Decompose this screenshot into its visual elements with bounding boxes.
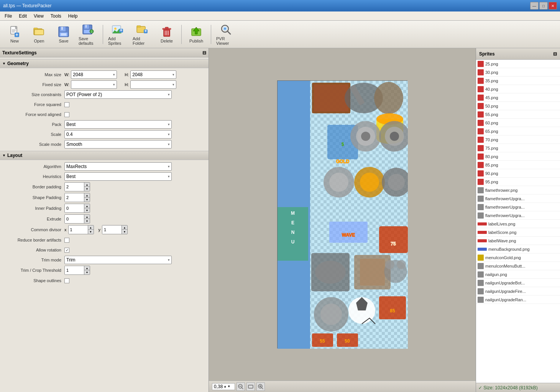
trim-mode-combo[interactable]: Trim ▾ — [64, 256, 172, 264]
border-padding-spinbox[interactable]: ▲ ▼ — [64, 182, 90, 191]
sprite-list-item[interactable]: 30.png — [476, 68, 560, 77]
sprite-list-item[interactable]: nailgun.png — [476, 270, 560, 279]
scale-combo[interactable]: 0.4 ▾ — [64, 130, 172, 139]
sprite-list-item[interactable]: 55.png — [476, 110, 560, 119]
maximize-button[interactable]: □ — [539, 2, 548, 10]
extrude-up[interactable]: ▲ — [84, 215, 90, 219]
extrude-input[interactable] — [65, 215, 84, 223]
menu-tools[interactable]: Tools — [48, 13, 64, 20]
save-button[interactable]: Save — [52, 23, 75, 46]
inner-padding-down[interactable]: ▼ — [84, 208, 90, 212]
minimize-button[interactable]: — — [530, 2, 539, 10]
sprite-list-item[interactable]: 45.png — [476, 93, 560, 102]
max-size-w-combo[interactable]: 2048 ▾ — [71, 70, 117, 79]
algorithm-combo[interactable]: MaxRects ▾ — [64, 162, 172, 171]
sprite-list-item[interactable]: 75.png — [476, 144, 560, 152]
max-size-h-combo[interactable]: 2048 ▾ — [130, 70, 176, 79]
inner-padding-up[interactable]: ▲ — [84, 204, 90, 208]
menu-file[interactable]: File — [2, 13, 15, 20]
geometry-section-header[interactable]: ▼ Geometry — [0, 59, 209, 68]
sprite-list-item[interactable]: 65.png — [476, 127, 560, 136]
close-button[interactable]: ✕ — [549, 2, 557, 10]
sprite-list-item[interactable]: flamethrowerUpgra... — [476, 211, 560, 220]
sprite-list-item[interactable]: 90.png — [476, 169, 560, 178]
extrude-spinbox[interactable]: ▲ ▼ — [64, 214, 90, 224]
coord-spin-up[interactable]: ▲ — [223, 385, 227, 388]
shape-padding-up[interactable]: ▲ — [84, 193, 90, 198]
common-divisor-y-spinbox[interactable]: ▲ ▼ — [102, 225, 128, 234]
publish-button[interactable]: Publish — [185, 23, 208, 46]
border-padding-down[interactable]: ▼ — [84, 187, 90, 191]
inner-padding-input[interactable] — [65, 204, 84, 212]
sprite-list-item[interactable]: 35.png — [476, 77, 560, 85]
heuristics-combo[interactable]: Best ▾ — [64, 172, 172, 181]
extrude-down[interactable]: ▼ — [84, 219, 90, 223]
trim-crop-threshold-down[interactable]: ▼ — [84, 270, 90, 274]
sprite-list-item[interactable]: labelScore.png — [476, 228, 560, 237]
sprite-list-item[interactable]: 50.png — [476, 102, 560, 110]
layout-section-header[interactable]: ▼ Layout — [0, 151, 209, 160]
border-padding-up[interactable]: ▲ — [84, 183, 90, 187]
common-divisor-y-input[interactable] — [102, 225, 122, 234]
sprite-list-item[interactable]: flamethrowerUpgra... — [476, 203, 560, 211]
delete-button[interactable]: Delete — [155, 23, 178, 46]
size-constraints-combo[interactable]: POT (Power of 2) ▾ — [64, 90, 172, 99]
menu-view[interactable]: View — [31, 13, 47, 20]
common-divisor-x-down[interactable]: ▼ — [88, 230, 94, 234]
menu-edit[interactable]: Edit — [16, 13, 30, 20]
force-word-aligned-checkbox[interactable] — [64, 112, 69, 117]
panel-collapse-icon[interactable]: ⊟ — [202, 50, 206, 56]
sprite-list-item[interactable]: 60.png — [476, 119, 560, 127]
sprite-list-item[interactable]: flamethrowerUpgra... — [476, 194, 560, 203]
add-sprites-button[interactable]: + Add Sprites — [106, 23, 129, 46]
sprite-list-item[interactable]: 70.png — [476, 136, 560, 144]
sprite-list-item[interactable]: flamethrower.png — [476, 186, 560, 194]
common-divisor-x-input[interactable] — [69, 225, 88, 234]
zoom-out-button[interactable] — [236, 382, 245, 391]
reduce-border-artifacts-checkbox[interactable] — [64, 238, 69, 243]
sprite-list-item[interactable]: 25.png — [476, 60, 560, 68]
scale-mode-combo[interactable]: Smooth ▾ — [64, 140, 172, 149]
sprites-list[interactable]: 25.png30.png35.png40.png45.png50.png55.p… — [476, 60, 560, 383]
fixed-size-h-combo[interactable]: ▾ — [130, 80, 176, 89]
new-button[interactable]: + New — [3, 23, 26, 46]
pack-combo[interactable]: Best ▾ — [64, 120, 172, 129]
shape-padding-spinbox[interactable]: ▲ ▼ — [64, 193, 90, 202]
sprite-list-item[interactable]: menuBackground.png — [476, 245, 560, 253]
sprite-list-item[interactable]: 95.png — [476, 178, 560, 186]
trim-crop-threshold-up[interactable]: ▲ — [84, 266, 90, 270]
sprites-collapse-icon[interactable]: ⊟ — [553, 51, 557, 57]
trim-crop-threshold-spinbox[interactable]: ▲ ▼ — [64, 266, 90, 275]
open-button[interactable]: Open — [28, 23, 51, 46]
zoom-reset-button[interactable] — [246, 382, 255, 391]
sprite-list-item[interactable]: nailgunUpgradeRan... — [476, 296, 560, 304]
shape-outlines-checkbox[interactable] — [64, 278, 69, 283]
trim-crop-threshold-input[interactable] — [65, 266, 84, 274]
sprite-list-item[interactable]: nailgunUpgradeFire... — [476, 287, 560, 296]
common-divisor-x-spinbox[interactable]: ▲ ▼ — [68, 225, 94, 234]
force-squared-checkbox[interactable] — [64, 102, 69, 107]
sprite-list-item[interactable]: 40.png — [476, 85, 560, 93]
pvr-viewer-button[interactable]: PVR Viewer — [214, 23, 237, 46]
add-folder-button[interactable]: + Add Folder — [131, 23, 154, 46]
sprite-list-item[interactable]: nailgunUpgradeBot... — [476, 279, 560, 287]
inner-padding-spinbox[interactable]: ▲ ▼ — [64, 204, 90, 213]
coord-spin-down[interactable]: ▼ — [227, 385, 230, 388]
zoom-in-button[interactable] — [256, 382, 265, 391]
menu-help[interactable]: Help — [65, 13, 81, 20]
save-defaults-button[interactable]: ↓ Save defaults — [77, 23, 100, 46]
fixed-size-w-combo[interactable]: ▾ — [71, 80, 117, 89]
common-divisor-x-up[interactable]: ▲ — [88, 225, 94, 230]
sprite-list-item[interactable]: labelWave.png — [476, 237, 560, 245]
shape-padding-down[interactable]: ▼ — [84, 198, 90, 202]
shape-padding-input[interactable] — [65, 193, 84, 202]
common-divisor-y-up[interactable]: ▲ — [122, 225, 127, 230]
sprite-list-item[interactable]: labelLives.png — [476, 220, 560, 228]
sprite-list-item[interactable]: 80.png — [476, 152, 560, 161]
sprite-list-item[interactable]: 85.png — [476, 161, 560, 169]
common-divisor-y-down[interactable]: ▼ — [122, 230, 127, 234]
sprite-list-item[interactable]: menuIconMenuButt... — [476, 262, 560, 270]
allow-rotation-checkbox[interactable]: ✓ — [64, 248, 69, 253]
sprite-list-item[interactable]: menuIconGold.png — [476, 253, 560, 262]
border-padding-input[interactable] — [65, 183, 84, 191]
